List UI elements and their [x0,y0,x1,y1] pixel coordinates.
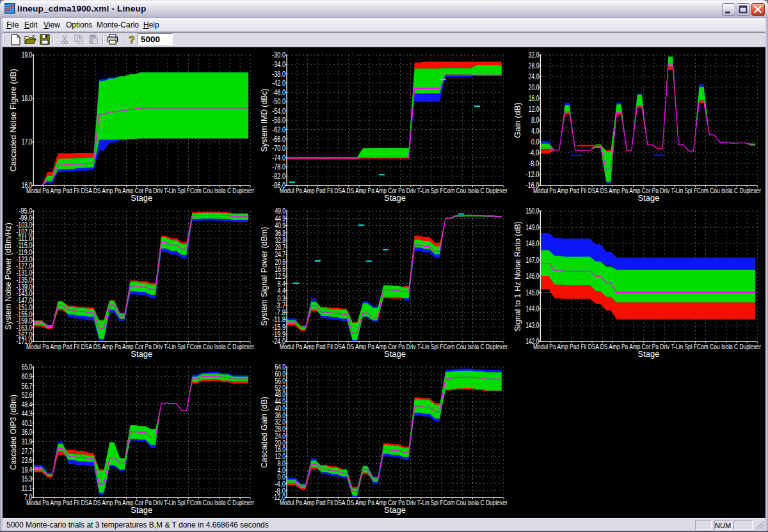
svg-text:4.0: 4.0 [531,127,540,136]
svg-text:-8.0: -8.0 [529,159,540,168]
svg-text:-4.0: -4.0 [529,148,540,157]
svg-text:Stage: Stage [384,349,406,359]
svg-text:147.0: 147.0 [526,256,540,265]
svg-text:-38.0: -38.0 [272,70,285,79]
svg-text:-42.0: -42.0 [272,79,285,88]
svg-text:-82.0: -82.0 [272,172,285,181]
svg-text:150.0: 150.0 [526,207,540,215]
svg-text:-30.0: -30.0 [272,51,285,59]
svg-text:11.1: 11.1 [22,484,33,493]
svg-text:-12.0: -12.0 [526,170,540,179]
svg-text:-70.0: -70.0 [272,144,285,153]
svg-text:Stage: Stage [131,505,152,515]
svg-text:-78.0: -78.0 [272,162,285,171]
svg-text:Cascaded Gain (dB): Cascaded Gain (dB) [260,396,269,468]
svg-text:149.0: 149.0 [526,223,540,232]
svg-text:40.1: 40.1 [22,419,33,428]
svg-text:148.0: 148.0 [526,239,540,248]
svg-text:48.4: 48.4 [22,400,33,409]
svg-text:144.0: 144.0 [526,304,540,313]
svg-text:Stage: Stage [384,193,406,203]
svg-text:Cascaded Noise Figure (dB): Cascaded Noise Figure (dB) [9,68,18,171]
svg-text:146.0: 146.0 [526,272,540,281]
svg-text:56.7: 56.7 [22,382,33,391]
svg-text:Stage: Stage [131,349,152,359]
svg-text:Cascaded OIP3 (dBm): Cascaded OIP3 (dBm) [9,395,18,470]
svg-text:Stage: Stage [384,505,406,515]
svg-text:-50.0: -50.0 [272,97,285,106]
svg-text:-46.0: -46.0 [272,88,285,97]
svg-text:System Signal Power (dBm): System Signal Power (dBm) [260,227,269,326]
svg-text:-62.0: -62.0 [272,125,285,134]
svg-text:-54.0: -54.0 [272,107,285,116]
svg-text:143.0: 143.0 [526,321,540,330]
svg-text:-74.0: -74.0 [272,153,285,162]
svg-text:23.6: 23.6 [22,456,33,465]
svg-text:18.0: 18.0 [22,94,33,103]
svg-text:65.0: 65.0 [22,363,33,372]
svg-text:Gain (dB): Gain (dB) [513,102,522,138]
svg-text:24.0: 24.0 [529,72,540,81]
svg-text:0.0: 0.0 [531,137,540,146]
svg-text:19.0: 19.0 [22,51,33,59]
svg-text:-66.0: -66.0 [272,135,285,144]
svg-text:36.0: 36.0 [22,428,33,437]
svg-text:Stage: Stage [131,193,152,203]
svg-text:17.0: 17.0 [22,137,33,146]
svg-text:-34.0: -34.0 [272,60,285,69]
svg-text:Stage: Stage [637,193,659,203]
svg-text:44.3: 44.3 [22,409,33,418]
svg-text:32.0: 32.0 [529,51,540,59]
svg-text:27.7: 27.7 [22,447,33,456]
svg-text:12.0: 12.0 [529,105,540,114]
svg-text:19.4: 19.4 [22,465,33,474]
svg-text:15.3: 15.3 [22,474,33,483]
svg-text:145.0: 145.0 [526,288,540,297]
svg-text:16.0: 16.0 [529,94,540,103]
svg-text:System Noise Power (dBm/Hz): System Noise Power (dBm/Hz) [4,223,13,329]
svg-text:28.0: 28.0 [529,61,540,70]
svg-text:31.9: 31.9 [22,437,33,446]
svg-text:60.9: 60.9 [22,372,33,381]
svg-text:Stage: Stage [637,349,659,359]
svg-text:20.0: 20.0 [529,83,540,92]
svg-text:8.0: 8.0 [531,116,540,125]
svg-text:52.6: 52.6 [22,391,33,400]
svg-text:System IMD (dBc): System IMD (dBc) [260,88,269,152]
svg-text:-58.0: -58.0 [272,116,285,125]
svg-text:Signal to 1 Hz Noise Ratio (dB: Signal to 1 Hz Noise Ratio (dB) [513,221,522,331]
